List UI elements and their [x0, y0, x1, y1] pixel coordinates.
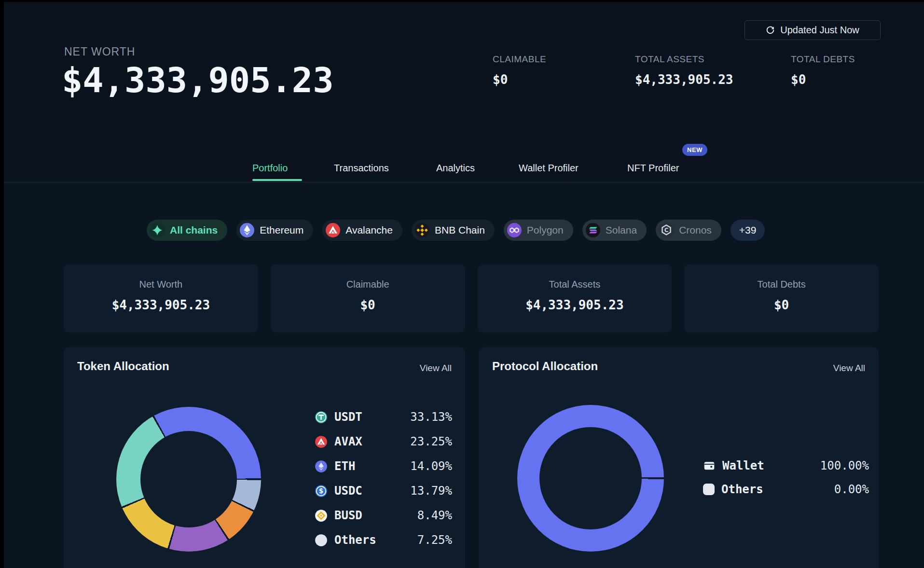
tab-wallet-profiler[interactable]: Wallet Profiler: [519, 163, 579, 174]
solana-logo-icon: [586, 223, 600, 237]
token-percent: 14.09%: [410, 459, 452, 473]
token-symbol: USDC: [334, 484, 362, 498]
token-symbol: USDT: [334, 410, 362, 424]
token-allocation-card: Token Allocation View All USDT 33.13%: [64, 347, 465, 568]
chip-label: Avalanche: [345, 224, 393, 236]
card-label: Total Assets: [478, 279, 672, 290]
stat-total-debts: TOTAL DEBTS $0: [791, 54, 855, 87]
chip-label: Solana: [606, 224, 637, 236]
tab-transactions[interactable]: Transactions: [334, 163, 389, 174]
card-value: $0: [684, 298, 879, 312]
chain-chip-more[interactable]: +39: [731, 220, 765, 241]
chip-label: Cronos: [679, 224, 712, 236]
usdt-token-icon: [315, 411, 328, 424]
protocol-allocation-card: Protocol Allocation View All Wallet 100.…: [479, 347, 879, 568]
card-value: $4,333,905.23: [64, 298, 258, 312]
legend-row-others: Others 0.00%: [703, 483, 869, 496]
card-value: $0: [271, 298, 465, 312]
chain-chip-polygon[interactable]: Polygon: [504, 220, 573, 241]
active-tab-underline: [252, 179, 302, 181]
chain-chip-ethereum[interactable]: Ethereum: [236, 220, 313, 241]
chip-label: +39: [739, 224, 757, 236]
cronos-logo-icon: C: [659, 223, 674, 237]
stat-claimable: CLAIMABLE $0: [493, 54, 546, 87]
chain-filter-bar: All chains Ethereum Avalanche: [147, 220, 765, 241]
all-chains-sparkle-icon: [150, 223, 165, 237]
protocol-name: Others: [721, 483, 763, 496]
token-allocation-donut-chart: [116, 407, 261, 552]
summary-card-total-assets: Total Assets $4,333,905.23: [478, 264, 672, 332]
refresh-icon: [766, 26, 775, 35]
svg-text:C: C: [664, 227, 669, 234]
card-label: Net Worth: [64, 279, 258, 290]
legend-row-usdt: USDT 33.13%: [315, 410, 452, 424]
stat-value: $0: [791, 72, 855, 87]
chip-label: BNB Chain: [435, 224, 485, 236]
card-label: Total Debts: [684, 279, 879, 290]
token-symbol: BUSD: [334, 509, 362, 522]
token-view-all-link[interactable]: View All: [420, 363, 452, 374]
chain-chip-avalanche[interactable]: Avalanche: [322, 220, 402, 241]
others-token-icon: [315, 534, 328, 547]
polygon-logo-icon: [507, 223, 522, 237]
token-percent: 7.25%: [417, 533, 452, 547]
legend-row-wallet: Wallet 100.00%: [703, 459, 869, 472]
tab-portfolio[interactable]: Portfolio: [252, 163, 288, 174]
bnb-logo-icon: [415, 223, 429, 237]
eth-token-icon: [315, 460, 328, 473]
card-value: $4,333,905.23: [478, 298, 672, 312]
refresh-button[interactable]: Updated Just Now: [745, 20, 881, 40]
busd-token-icon: [315, 509, 328, 522]
chip-label: Polygon: [527, 224, 564, 236]
net-worth-label: NET WORTH: [64, 45, 135, 58]
refresh-button-label: Updated Just Now: [780, 25, 859, 36]
protocol-percent: 0.00%: [834, 483, 869, 496]
avalanche-logo-icon: [326, 223, 340, 237]
chip-label: Ethereum: [260, 224, 303, 236]
legend-row-usdc: $ USDC 13.79%: [315, 484, 452, 498]
stat-total-assets: TOTAL ASSETS $4,333,905.23: [635, 54, 733, 87]
tab-nft-profiler[interactable]: NFT Profiler: [627, 163, 679, 174]
token-percent: 33.13%: [410, 410, 452, 424]
svg-text:$: $: [319, 487, 323, 495]
others-protocol-icon: [703, 484, 715, 495]
usdc-token-icon: $: [315, 485, 328, 498]
avax-token-icon: [315, 435, 328, 448]
protocol-percent: 100.00%: [820, 459, 869, 472]
wallet-icon: [703, 459, 716, 472]
protocol-name: Wallet: [722, 459, 764, 472]
token-percent: 23.25%: [410, 435, 452, 448]
token-percent: 13.79%: [410, 484, 452, 498]
legend-row-eth: ETH 14.09%: [315, 459, 452, 473]
token-allocation-title: Token Allocation: [77, 360, 169, 373]
chain-chip-solana[interactable]: Solana: [582, 220, 647, 241]
new-badge: NEW: [682, 144, 707, 156]
summary-cards-row: Net Worth $4,333,905.23 Claimable $0 Tot…: [64, 264, 879, 332]
stat-value: $4,333,905.23: [635, 72, 733, 87]
token-percent: 8.49%: [417, 509, 452, 522]
protocol-legend: Wallet 100.00% Others 0.00%: [703, 459, 869, 496]
portfolio-dashboard: Updated Just Now NET WORTH $4,333,905.23…: [4, 2, 924, 568]
chain-chip-all-chains[interactable]: All chains: [147, 220, 227, 241]
app-window: Updated Just Now NET WORTH $4,333,905.23…: [0, 0, 924, 568]
ethereum-logo-icon: [240, 223, 254, 237]
protocol-allocation-title: Protocol Allocation: [492, 360, 598, 373]
protocol-view-all-link[interactable]: View All: [833, 363, 865, 374]
stat-label: TOTAL ASSETS: [635, 54, 733, 65]
card-label: Claimable: [271, 279, 465, 290]
tab-analytics[interactable]: Analytics: [436, 163, 475, 174]
legend-row-avax: AVAX 23.25%: [315, 435, 452, 448]
chip-label: All chains: [170, 224, 218, 236]
token-symbol: AVAX: [334, 435, 362, 448]
legend-row-busd: BUSD 8.49%: [315, 509, 452, 522]
summary-card-net-worth: Net Worth $4,333,905.23: [64, 264, 258, 332]
stat-label: CLAIMABLE: [493, 54, 546, 65]
summary-card-total-debts: Total Debts $0: [684, 264, 879, 332]
chain-chip-cronos[interactable]: C Cronos: [656, 220, 721, 241]
summary-card-claimable: Claimable $0: [271, 264, 465, 332]
token-symbol: ETH: [334, 459, 355, 473]
chain-chip-bnb-chain[interactable]: BNB Chain: [412, 220, 495, 241]
token-legend: USDT 33.13% AVAX 23.25% ETH: [315, 410, 452, 547]
donut-hole: [140, 431, 237, 527]
stat-value: $0: [493, 72, 546, 87]
